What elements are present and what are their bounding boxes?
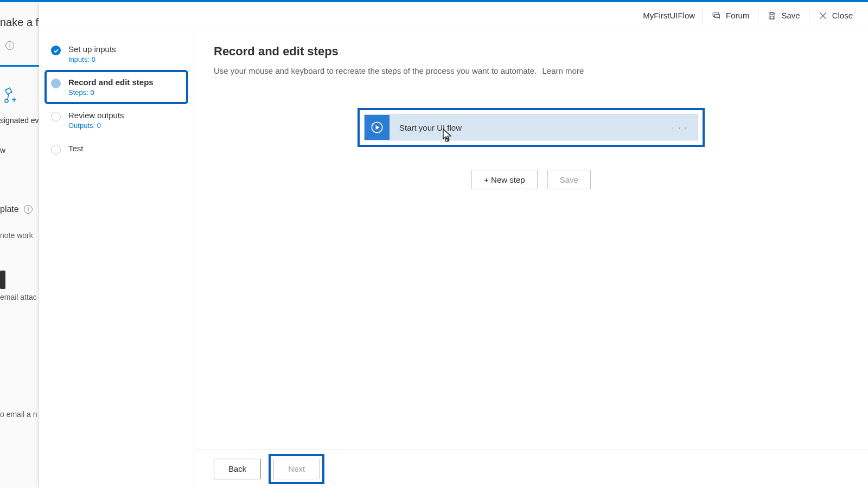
info-icon: i xyxy=(5,41,14,50)
save-flow-button[interactable]: Save xyxy=(547,170,591,189)
forum-icon xyxy=(712,11,722,21)
svg-rect-4 xyxy=(770,16,774,18)
back-button[interactable]: Back xyxy=(214,459,261,479)
step-label: Record and edit steps xyxy=(68,78,154,87)
record-play-icon xyxy=(370,120,384,134)
wizard-step-setup-inputs[interactable]: Set up inputs Inputs: 0 xyxy=(47,39,186,69)
learn-more-link[interactable]: Learn more xyxy=(542,66,584,75)
page-description: Use your mouse and keyboard to recreate … xyxy=(214,66,848,75)
forum-button[interactable]: Forum xyxy=(703,2,758,29)
new-step-button[interactable]: + New step xyxy=(471,170,537,189)
bg-button-fragment xyxy=(0,271,5,289)
bg-text-fragment: plate xyxy=(0,204,19,214)
check-icon xyxy=(53,48,59,54)
bg-text-fragment: w xyxy=(0,146,5,155)
flow-icon xyxy=(4,87,17,108)
card-menu-button[interactable]: · · · xyxy=(662,123,698,132)
page-title: Record and edit steps xyxy=(214,44,848,59)
bg-text-fragment: email attac xyxy=(0,293,37,301)
ui-flow-panel: MyFirstUIFlow Forum Save Close xyxy=(39,2,868,488)
save-button[interactable]: Save xyxy=(758,2,808,29)
record-icon-badge xyxy=(365,115,390,140)
next-button-highlight: Next xyxy=(269,454,324,484)
next-button[interactable]: Next xyxy=(273,459,320,479)
save-icon xyxy=(767,11,777,21)
close-label: Close xyxy=(832,11,853,20)
start-ui-flow-card[interactable]: Start your UI flow · · · xyxy=(364,114,698,140)
step-sublabel: Outputs: 0 xyxy=(68,121,124,130)
step-label: Test xyxy=(68,144,84,153)
info-icon: i xyxy=(24,205,33,214)
description-text: Use your mouse and keyboard to recreate … xyxy=(214,66,537,75)
wizard-steps-sidebar: Set up inputs Inputs: 0 Record and edit … xyxy=(39,29,194,488)
main-content: Record and edit steps Use your mouse and… xyxy=(194,29,868,488)
step-label: Review outputs xyxy=(68,111,124,120)
bg-progress-bar xyxy=(0,65,39,67)
step-bullet-done xyxy=(51,46,61,55)
bg-text-fragment: o email a n xyxy=(0,410,37,419)
panel-header: MyFirstUIFlow Forum Save Close xyxy=(39,2,868,29)
flow-name-label: MyFirstUIFlow xyxy=(635,11,703,20)
svg-point-0 xyxy=(5,99,8,102)
step-sublabel: Steps: 0 xyxy=(68,88,154,97)
flow-canvas: Start your UI flow · · · + New step Save xyxy=(214,108,848,189)
flow-card-title: Start your UI flow xyxy=(390,123,662,132)
wizard-footer: Back Next xyxy=(194,449,868,488)
step-bullet-todo xyxy=(51,145,61,155)
wizard-step-review-outputs[interactable]: Review outputs Outputs: 0 xyxy=(47,105,186,135)
step-bullet-todo xyxy=(51,112,61,121)
background-page-strip: nake a fl i signated even w plate i note… xyxy=(0,2,39,488)
close-button[interactable]: Close xyxy=(809,2,861,29)
close-icon xyxy=(818,11,828,21)
step-bullet-active xyxy=(51,79,61,88)
flow-card-highlight: Start your UI flow · · · xyxy=(358,108,705,147)
svg-rect-3 xyxy=(770,12,773,15)
flow-actions: + New step Save xyxy=(471,170,591,189)
save-label: Save xyxy=(781,11,800,20)
bg-heading-fragment: nake a fl xyxy=(0,16,41,29)
wizard-step-test[interactable]: Test xyxy=(47,138,186,160)
step-label: Set up inputs xyxy=(68,44,116,54)
bg-text-fragment: note work xyxy=(0,231,33,240)
step-sublabel: Inputs: 0 xyxy=(68,55,116,63)
panel-body: Set up inputs Inputs: 0 Record and edit … xyxy=(39,29,868,488)
wizard-step-record-edit[interactable]: Record and edit steps Steps: 0 xyxy=(47,72,186,102)
forum-label: Forum xyxy=(726,11,749,20)
